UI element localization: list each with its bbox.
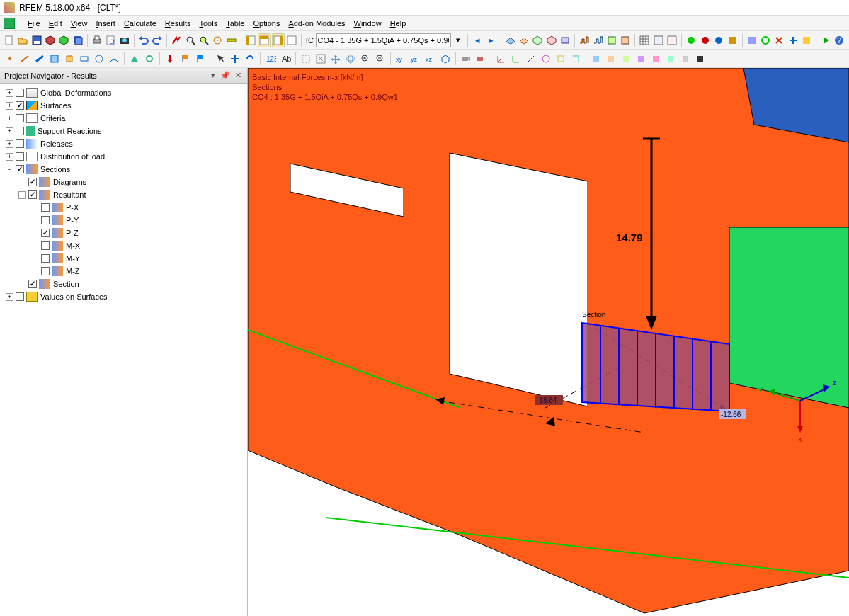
tree-checkbox[interactable] xyxy=(41,203,50,212)
navigator-tree[interactable]: +Global Deformations+Surfaces+Criteria+S… xyxy=(0,84,247,616)
tree-item-section[interactable]: Section xyxy=(1,278,246,290)
results-a-button[interactable] xyxy=(578,33,591,47)
iso-e-button[interactable] xyxy=(559,33,571,47)
tree-checkbox[interactable] xyxy=(28,178,37,186)
tb2-opt-h-button[interactable] xyxy=(693,52,707,66)
help-button[interactable]: ? xyxy=(833,33,845,47)
menu-view[interactable]: View xyxy=(67,19,92,28)
grid-a-button[interactable] xyxy=(638,33,651,47)
tree-item-surfaces[interactable]: +Surfaces xyxy=(1,99,246,112)
tree-checkbox[interactable] xyxy=(28,190,37,199)
tree-item-releases[interactable]: +Releases xyxy=(1,137,246,150)
tree-expander[interactable]: - xyxy=(6,166,13,173)
tb2-ucs-d-button[interactable] xyxy=(539,52,553,66)
tree-checkbox[interactable] xyxy=(16,89,24,97)
tree-expander[interactable]: - xyxy=(18,191,26,199)
tb2-yz-button[interactable]: yz xyxy=(409,52,423,66)
menu-window[interactable]: Window xyxy=(350,19,386,28)
tree-checkbox[interactable] xyxy=(28,280,37,288)
tb2-3d-button[interactable] xyxy=(438,52,452,66)
tree-item-p-y[interactable]: P-Y xyxy=(1,214,246,227)
tb2-opt-b-button[interactable] xyxy=(604,52,618,66)
tb2-arc-button[interactable] xyxy=(107,52,121,66)
tb2-orbit-button[interactable] xyxy=(343,52,358,66)
tree-expander[interactable]: + xyxy=(6,127,13,135)
results-d-button[interactable] xyxy=(619,33,632,47)
menu-add-on-modules[interactable]: Add-on Modules xyxy=(284,19,349,28)
tb2-support-button[interactable] xyxy=(127,52,142,66)
menu-table[interactable]: Table xyxy=(222,19,249,28)
tb2-xy-button[interactable]: xy xyxy=(394,52,408,66)
tb2-rect-button[interactable] xyxy=(77,52,91,66)
load-case-combo[interactable] xyxy=(316,33,451,47)
tb2-opt-e-button[interactable] xyxy=(649,52,663,66)
center-button[interactable] xyxy=(211,33,224,47)
find-button[interactable] xyxy=(198,33,210,47)
tree-checkbox[interactable] xyxy=(16,139,24,148)
tb2-ucs-b-button[interactable] xyxy=(509,52,523,66)
tb2-solid-button[interactable] xyxy=(62,52,76,66)
tree-expander[interactable]: + xyxy=(6,89,13,97)
misc-e-button[interactable] xyxy=(800,33,813,47)
save-all-button[interactable] xyxy=(72,33,84,47)
tb2-zoomout-button[interactable] xyxy=(373,52,387,66)
menu-help[interactable]: Help xyxy=(386,19,411,28)
navigator-pin-icon[interactable]: 📌 xyxy=(219,71,232,79)
tb2-opt-a-button[interactable] xyxy=(589,52,603,66)
tree-item-p-x[interactable]: P-X xyxy=(1,201,246,214)
tree-item-criteria[interactable]: +Criteria xyxy=(1,112,246,125)
tree-item-diagrams[interactable]: Diagrams xyxy=(1,176,246,188)
tree-item-p-z[interactable]: P-Z xyxy=(1,227,246,239)
screenshot-button[interactable] xyxy=(118,33,131,47)
tree-checkbox[interactable] xyxy=(41,241,50,250)
tree-item-m-z[interactable]: M-Z xyxy=(1,265,246,278)
tree-expander[interactable]: + xyxy=(6,140,13,148)
misc-c-button[interactable] xyxy=(773,33,785,47)
iso-d-button[interactable] xyxy=(545,33,558,47)
tree-checkbox[interactable] xyxy=(16,292,24,301)
render-b-button[interactable] xyxy=(699,33,712,47)
menu-tools[interactable]: Tools xyxy=(195,19,222,28)
next-button[interactable]: ► xyxy=(484,33,497,47)
tb2-cam1-button[interactable] xyxy=(459,52,473,66)
tree-checkbox[interactable] xyxy=(16,152,24,161)
menu-edit[interactable]: Edit xyxy=(45,19,67,28)
save-button[interactable] xyxy=(30,33,43,47)
panel-d-button[interactable] xyxy=(285,33,298,47)
panel-b-button[interactable] xyxy=(258,33,270,47)
misc-d-button[interactable] xyxy=(786,33,799,47)
undo-button[interactable] xyxy=(137,33,150,47)
tree-checkbox[interactable] xyxy=(16,114,24,122)
tb2-node-button[interactable] xyxy=(3,52,17,66)
measure-button[interactable] xyxy=(225,33,238,47)
panel-a-button[interactable] xyxy=(244,33,257,47)
tree-checkbox[interactable] xyxy=(16,165,24,173)
tb2-move-button[interactable] xyxy=(228,52,242,66)
tree-item-m-x[interactable]: M-X xyxy=(1,239,246,252)
anim-button[interactable] xyxy=(819,33,832,47)
tb2-ucs-f-button[interactable] xyxy=(569,52,583,66)
tb2-txt-button[interactable]: Ab xyxy=(278,52,292,66)
navigator-dropdown-icon[interactable]: ▾ xyxy=(210,71,217,79)
tb2-cam2-button[interactable] xyxy=(474,52,488,66)
tb2-select-button[interactable] xyxy=(213,52,227,66)
tree-expander[interactable]: + xyxy=(6,102,13,110)
tb2-zoomall-button[interactable] xyxy=(314,52,328,66)
print-button[interactable] xyxy=(91,33,103,47)
tb2-line-button[interactable] xyxy=(18,52,32,66)
tree-expander[interactable]: + xyxy=(6,293,13,301)
tb2-load-button[interactable] xyxy=(163,52,177,66)
tree-checkbox[interactable] xyxy=(41,254,50,263)
iso-a-button[interactable] xyxy=(504,33,517,47)
tb2-opt-f-button[interactable] xyxy=(663,52,678,66)
print-preview-button[interactable] xyxy=(104,33,117,47)
panel-c-button[interactable] xyxy=(272,33,285,47)
open-button[interactable] xyxy=(16,33,29,47)
tb2-ucs-c-button[interactable] xyxy=(524,52,538,66)
tree-expander[interactable]: + xyxy=(6,115,13,122)
combo-dropdown-button[interactable]: ▾ xyxy=(452,33,465,47)
grid-c-button[interactable] xyxy=(666,33,678,47)
tb2-rotate-button[interactable] xyxy=(243,52,257,66)
tree-item-sections[interactable]: -Sections xyxy=(1,163,246,176)
menu-results[interactable]: Results xyxy=(161,19,195,28)
